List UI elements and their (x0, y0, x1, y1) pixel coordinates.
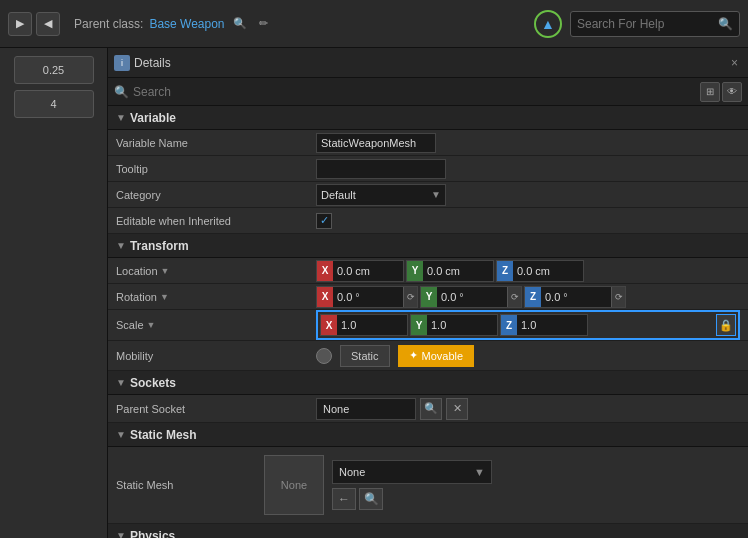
grid-view-icon[interactable]: ⊞ (700, 82, 720, 102)
variable-section-title: Variable (130, 111, 176, 125)
eye-view-icon[interactable]: 👁 (722, 82, 742, 102)
mesh-thumbnail-text: None (281, 479, 307, 491)
mobility-dot[interactable] (316, 348, 332, 364)
category-dropdown[interactable]: Default ▼ (316, 184, 446, 206)
parent-socket-row: Parent Socket 🔍 ✕ (108, 395, 748, 423)
details-search-input[interactable] (133, 85, 696, 99)
rotation-expand-arrow[interactable]: ▼ (160, 292, 169, 302)
green-circle-indicator: ▲ (534, 10, 562, 38)
scale-z-field: Z (500, 314, 588, 336)
mesh-back-btn[interactable]: ← (332, 488, 356, 510)
rotation-x-input[interactable] (333, 287, 403, 307)
parent-socket-label: Parent Socket (116, 403, 316, 415)
transform-section-title: Transform (130, 239, 189, 253)
mesh-dropdown[interactable]: None ▼ (332, 460, 492, 484)
location-expand-arrow[interactable]: ▼ (161, 266, 170, 276)
parent-socket-search-btn[interactable]: 🔍 (420, 398, 442, 420)
scale-x-input[interactable] (337, 315, 407, 335)
location-y-label: Y (407, 261, 423, 281)
mesh-dropdown-value: None (339, 466, 365, 478)
location-z-field: Z (496, 260, 584, 282)
transform-section-header[interactable]: ▼ Transform (108, 234, 748, 258)
parent-class-link[interactable]: Base Weapon (149, 17, 224, 31)
tooltip-input[interactable] (316, 159, 446, 179)
static-mesh-row: Static Mesh None None ▼ ← 🔍 (108, 447, 748, 524)
sockets-section-header[interactable]: ▼ Sockets (108, 371, 748, 395)
rotation-y-spin[interactable]: ⟳ (507, 287, 521, 307)
static-mesh-section-arrow: ▼ (116, 429, 126, 440)
search-parent-icon[interactable]: 🔍 (231, 15, 249, 33)
editable-checkbox[interactable]: ✓ (316, 213, 332, 229)
editable-label: Editable when Inherited (116, 215, 316, 227)
sidebar-item-1[interactable]: 0.25 (14, 56, 94, 84)
mesh-thumbnail: None (264, 455, 324, 515)
details-tab-label[interactable]: Details (134, 56, 723, 70)
variable-name-input[interactable] (316, 133, 436, 153)
scale-expand-arrow[interactable]: ▼ (147, 320, 156, 330)
mesh-action-buttons: ← 🔍 (332, 488, 492, 510)
location-z-label: Z (497, 261, 513, 281)
rotation-z-input[interactable] (541, 287, 611, 307)
static-mesh-section-header[interactable]: ▼ Static Mesh (108, 423, 748, 447)
scale-row: Scale ▼ X Y Z (108, 310, 748, 341)
editable-row: Editable when Inherited ✓ (108, 208, 748, 234)
scale-lock-button[interactable]: 🔒 (716, 314, 736, 336)
mobility-movable-btn[interactable]: ✦ Movable (398, 345, 475, 367)
variable-section-header[interactable]: ▼ Variable (108, 106, 748, 130)
help-search-input[interactable] (577, 17, 714, 31)
sidebar-value-2: 4 (50, 98, 56, 110)
edit-parent-icon[interactable]: ✏ (255, 15, 273, 33)
scale-y-label: Y (411, 315, 427, 335)
scale-x-field: X (320, 314, 408, 336)
details-search-bar: 🔍 ⊞ 👁 (108, 78, 748, 106)
details-search-icon: 🔍 (114, 85, 129, 99)
variable-section-arrow: ▼ (116, 112, 126, 123)
scale-label-container: Scale ▼ (116, 319, 316, 331)
physics-section-header[interactable]: ▼ Physics (108, 524, 748, 538)
sidebar-item-2[interactable]: 4 (14, 90, 94, 118)
left-sidebar: 0.25 4 (0, 48, 108, 538)
sidebar-value-1: 0.25 (43, 64, 64, 76)
location-y-field: Y (406, 260, 494, 282)
rotation-x-spin[interactable]: ⟳ (403, 287, 417, 307)
rotation-z-spin[interactable]: ⟳ (611, 287, 625, 307)
location-row: Location ▼ X Y Z (108, 258, 748, 284)
mobility-label: Mobility (116, 350, 316, 362)
rotation-y-input[interactable] (437, 287, 507, 307)
static-mesh-label: Static Mesh (116, 479, 256, 491)
scale-highlight-container: X Y Z 🔒 (316, 310, 740, 340)
location-z-input[interactable] (513, 261, 583, 281)
top-bar-left: ▶ ◀ Parent class: Base Weapon 🔍 ✏ (8, 12, 528, 36)
location-x-input[interactable] (333, 261, 403, 281)
toolbar-icon-2[interactable]: ◀ (36, 12, 60, 36)
toolbar-icon-1[interactable]: ▶ (8, 12, 32, 36)
parent-socket-clear-btn[interactable]: ✕ (446, 398, 468, 420)
rotation-x-label: X (317, 287, 333, 307)
mesh-controls: None ▼ ← 🔍 (332, 460, 492, 510)
scale-y-input[interactable] (427, 315, 497, 335)
mesh-find-btn[interactable]: 🔍 (359, 488, 383, 510)
category-value-container: Default ▼ (316, 184, 740, 206)
mesh-dropdown-arrow: ▼ (474, 466, 485, 478)
sockets-section-arrow: ▼ (116, 377, 126, 388)
location-label-container: Location ▼ (116, 265, 316, 277)
details-tab-close[interactable]: × (727, 54, 742, 72)
help-search-box[interactable]: 🔍 (570, 11, 740, 37)
rotation-y-label: Y (421, 287, 437, 307)
rotation-z-label: Z (525, 287, 541, 307)
location-label: Location (116, 265, 158, 277)
location-x-field: X (316, 260, 404, 282)
parent-socket-input[interactable] (316, 398, 416, 420)
category-row: Category Default ▼ (108, 182, 748, 208)
location-y-input[interactable] (423, 261, 493, 281)
tooltip-value-container (316, 159, 740, 179)
tooltip-label: Tooltip (116, 163, 316, 175)
scale-z-input[interactable] (517, 315, 587, 335)
parent-socket-controls: 🔍 ✕ (316, 398, 468, 420)
mobility-movable-label: Movable (422, 350, 464, 362)
mobility-static-btn[interactable]: Static (340, 345, 390, 367)
top-bar: ▶ ◀ Parent class: Base Weapon 🔍 ✏ ▲ 🔍 (0, 0, 748, 48)
rotation-x-field: X ⟳ (316, 286, 418, 308)
toolbar-icons: ▶ ◀ (8, 12, 60, 36)
variable-name-row: Variable Name (108, 130, 748, 156)
